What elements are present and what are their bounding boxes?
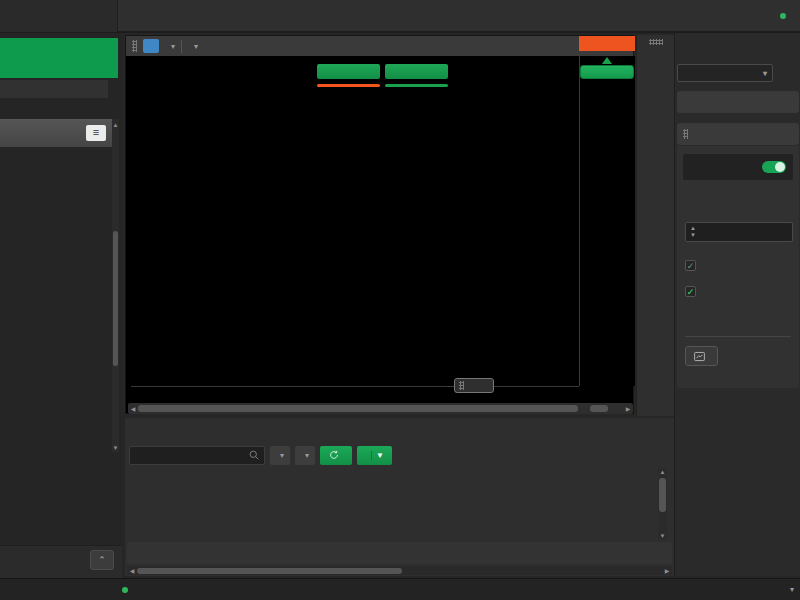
close-all-button[interactable]: ▼ [357,446,392,465]
drag-grip-icon[interactable] [132,40,137,52]
chevron-down-icon[interactable]: ▾ [194,42,198,51]
chevron-down-icon[interactable]: ▾ [171,42,175,51]
scrollbar-thumb[interactable] [137,568,402,574]
target-arrow-icon [602,57,612,64]
chevron-down-icon: ▾ [305,451,309,460]
chartshots-badge[interactable] [143,39,159,53]
watchlist-sidebar: ≡ ▲ ▼ ⌃ [0,35,122,578]
top-toolbar [0,0,800,33]
positions-table-header [125,468,655,486]
symbol-select[interactable]: ▾ [677,64,773,82]
volume-stepper[interactable]: ▲▼ [685,222,793,242]
quick-trade-banner[interactable] [0,38,118,78]
watchlist-scrollbar[interactable]: ▲ ▼ [112,119,119,452]
search-input[interactable] [129,446,265,465]
checkbox-checked-icon[interactable]: ✓ [685,260,696,271]
positions-panel: ▾ ▾ ▼ ▲ ▼ ◀ ▶ [125,418,674,576]
current-price-label [579,36,635,51]
stop-loss-row[interactable]: ✓ [685,286,799,297]
divider [685,336,791,337]
aggregation-dropdown[interactable]: ▾ [295,446,315,465]
sell-underline [317,84,380,87]
section-trading-central[interactable] [677,123,799,145]
drag-grip-icon[interactable] [649,39,663,45]
new-order-icon [328,449,340,461]
more-timeframes-button[interactable] [132,14,140,18]
search-icon [248,449,260,461]
scrollbar-thumb[interactable] [138,405,578,412]
scroll-left-icon[interactable]: ◀ [127,567,137,575]
status-bar: ▾ [0,578,800,600]
open-chart-button[interactable] [685,346,718,366]
drag-grip-icon[interactable] [459,381,464,390]
scale-grip[interactable] [590,405,608,412]
checkbox-checked-icon[interactable]: ✓ [685,286,696,297]
table-scrollbar[interactable]: ▲ ▼ [658,468,667,540]
positions-filter-row: ▾ ▾ ▼ [125,444,674,466]
time-axis[interactable] [131,386,579,401]
trading-central-body: ▲▼ ✓ ✓ [677,146,799,388]
chevron-down-icon: ▾ [763,69,767,78]
stepper-arrows-icon[interactable]: ▲▼ [686,225,700,239]
scroll-right-icon[interactable]: ▶ [623,405,633,413]
price-axis[interactable] [579,56,635,386]
chart-toolbar [118,13,800,19]
account-status [780,13,792,19]
connection-status-icon [780,13,786,19]
take-profit-row[interactable]: ✓ [685,260,799,271]
target-price-tag[interactable] [580,65,634,79]
directions-dropdown[interactable]: ▾ [270,446,290,465]
system-toolbar [0,0,118,32]
scroll-up-icon[interactable]: ▲ [658,468,667,476]
scrollbar-thumb[interactable] [659,478,666,512]
buy-underline [385,84,448,87]
trading-platform: ≡ ▲ ▼ ⌃ ▾ ▾ ❐ ✕ [0,0,800,600]
scrollbar-thumb[interactable] [113,231,118,366]
plan-row [683,154,793,180]
drag-handle-icon[interactable]: ≡ [86,125,106,141]
scroll-right-icon[interactable]: ▶ [662,567,672,575]
drag-grip-icon [683,129,688,139]
positions-tabs [125,418,674,442]
candlestick-plot[interactable] [131,56,579,386]
watchlist-selected-row[interactable]: ≡ [0,119,112,147]
right-panel: ▾ ▲▼ ✓ ✓ [674,33,800,576]
new-order-button[interactable] [320,446,352,465]
collapse-panel-button[interactable]: ⌃ [90,550,114,570]
scroll-up-icon[interactable]: ▲ [112,119,119,129]
buy-button[interactable] [385,64,448,79]
plan-toggle[interactable] [762,161,786,173]
watchlist-selector[interactable] [0,80,108,98]
scroll-left-icon[interactable]: ◀ [128,405,138,413]
chart-window: ▾ ▾ ❐ ✕ ◀ ▶ [125,35,634,414]
chart-hscrollbar[interactable]: ◀ ▶ [128,403,633,414]
section-new-order[interactable] [677,91,799,113]
countdown-tag[interactable] [454,378,494,393]
chevron-down-icon: ▾ [790,585,794,594]
sell-button[interactable] [317,64,380,79]
chevron-down-icon: ▾ [280,451,284,460]
drawing-tools-bar [636,35,674,416]
chart-header: ▾ ▾ ❐ ✕ [126,36,633,56]
right-panel-tabs [675,37,800,60]
chevron-down-icon[interactable]: ▼ [371,451,384,460]
watchlist-rows [0,152,112,452]
chart-icon [693,350,706,363]
scroll-down-icon[interactable]: ▼ [112,444,119,452]
positions-hscrollbar[interactable]: ◀ ▶ [127,566,672,575]
account-summary-bar [127,542,672,564]
sessions-status-icon [122,587,128,593]
current-time[interactable]: ▾ [782,585,800,594]
sidebar-footer: ⌃ [0,545,122,578]
scroll-down-icon[interactable]: ▼ [658,532,667,540]
